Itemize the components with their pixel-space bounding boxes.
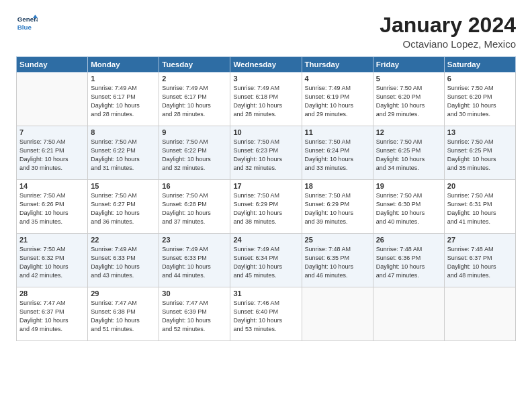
day-info: Sunrise: 7:50 AM Sunset: 6:29 PM Dayligh… <box>305 191 370 226</box>
day-number: 5 <box>376 75 441 83</box>
day-info: Sunrise: 7:50 AM Sunset: 6:20 PM Dayligh… <box>376 84 441 119</box>
header: General Blue January 2024 Octaviano Lope… <box>16 13 516 50</box>
week-row-1: 1Sunrise: 7:49 AM Sunset: 6:17 PM Daylig… <box>17 73 516 126</box>
day-info: Sunrise: 7:50 AM Sunset: 6:29 PM Dayligh… <box>233 191 298 226</box>
day-cell <box>17 73 88 126</box>
col-sunday: Sunday <box>17 57 88 73</box>
day-number: 27 <box>447 236 513 244</box>
day-cell <box>444 287 515 341</box>
day-cell: 30Sunrise: 7:47 AM Sunset: 6:39 PM Dayli… <box>159 287 230 341</box>
day-info: Sunrise: 7:50 AM Sunset: 6:23 PM Dayligh… <box>233 138 298 173</box>
day-cell: 11Sunrise: 7:50 AM Sunset: 6:24 PM Dayli… <box>302 126 373 180</box>
day-number: 3 <box>233 75 298 83</box>
day-cell: 10Sunrise: 7:50 AM Sunset: 6:23 PM Dayli… <box>230 126 302 180</box>
day-number: 26 <box>376 236 441 244</box>
day-info: Sunrise: 7:49 AM Sunset: 6:17 PM Dayligh… <box>91 84 156 119</box>
day-cell: 2Sunrise: 7:49 AM Sunset: 6:17 PM Daylig… <box>159 73 230 126</box>
day-cell: 6Sunrise: 7:50 AM Sunset: 6:20 PM Daylig… <box>444 73 515 126</box>
day-info: Sunrise: 7:50 AM Sunset: 6:32 PM Dayligh… <box>19 245 85 280</box>
col-saturday: Saturday <box>444 57 515 73</box>
day-info: Sunrise: 7:49 AM Sunset: 6:18 PM Dayligh… <box>233 84 298 119</box>
day-cell: 3Sunrise: 7:49 AM Sunset: 6:18 PM Daylig… <box>230 73 302 126</box>
day-cell: 22Sunrise: 7:49 AM Sunset: 6:33 PM Dayli… <box>88 234 159 287</box>
day-info: Sunrise: 7:49 AM Sunset: 6:17 PM Dayligh… <box>162 84 227 119</box>
day-info: Sunrise: 7:49 AM Sunset: 6:33 PM Dayligh… <box>162 245 227 280</box>
day-info: Sunrise: 7:50 AM Sunset: 6:31 PM Dayligh… <box>447 191 513 226</box>
day-cell: 19Sunrise: 7:50 AM Sunset: 6:30 PM Dayli… <box>373 180 444 234</box>
day-number: 11 <box>305 128 370 136</box>
day-cell <box>373 287 444 341</box>
day-cell: 27Sunrise: 7:48 AM Sunset: 6:37 PM Dayli… <box>444 234 515 287</box>
day-cell: 25Sunrise: 7:48 AM Sunset: 6:35 PM Dayli… <box>302 234 373 287</box>
day-info: Sunrise: 7:48 AM Sunset: 6:37 PM Dayligh… <box>447 245 513 280</box>
day-cell: 16Sunrise: 7:50 AM Sunset: 6:28 PM Dayli… <box>159 180 230 234</box>
week-row-2: 7Sunrise: 7:50 AM Sunset: 6:21 PM Daylig… <box>17 126 516 180</box>
day-cell: 28Sunrise: 7:47 AM Sunset: 6:37 PM Dayli… <box>17 287 88 341</box>
day-number: 14 <box>19 182 85 190</box>
day-number: 10 <box>233 128 298 136</box>
day-cell: 17Sunrise: 7:50 AM Sunset: 6:29 PM Dayli… <box>230 180 302 234</box>
week-row-5: 28Sunrise: 7:47 AM Sunset: 6:37 PM Dayli… <box>17 287 516 341</box>
day-cell: 8Sunrise: 7:50 AM Sunset: 6:22 PM Daylig… <box>88 126 159 180</box>
day-info: Sunrise: 7:50 AM Sunset: 6:22 PM Dayligh… <box>162 138 227 173</box>
logo: General Blue <box>16 13 38 35</box>
header-row: Sunday Monday Tuesday Wednesday Thursday… <box>17 57 516 73</box>
day-info: Sunrise: 7:49 AM Sunset: 6:19 PM Dayligh… <box>305 84 370 119</box>
day-cell: 15Sunrise: 7:50 AM Sunset: 6:27 PM Dayli… <box>88 180 159 234</box>
day-number: 28 <box>19 289 85 298</box>
day-info: Sunrise: 7:48 AM Sunset: 6:35 PM Dayligh… <box>305 245 370 280</box>
month-title: January 2024 <box>380 13 516 37</box>
day-info: Sunrise: 7:50 AM Sunset: 6:21 PM Dayligh… <box>19 138 85 173</box>
day-info: Sunrise: 7:47 AM Sunset: 6:37 PM Dayligh… <box>19 299 85 334</box>
day-info: Sunrise: 7:50 AM Sunset: 6:24 PM Dayligh… <box>305 138 370 173</box>
col-wednesday: Wednesday <box>230 57 302 73</box>
day-info: Sunrise: 7:50 AM Sunset: 6:25 PM Dayligh… <box>447 138 513 173</box>
day-cell: 31Sunrise: 7:46 AM Sunset: 6:40 PM Dayli… <box>230 287 302 341</box>
day-cell: 29Sunrise: 7:47 AM Sunset: 6:38 PM Dayli… <box>88 287 159 341</box>
day-cell: 14Sunrise: 7:50 AM Sunset: 6:26 PM Dayli… <box>17 180 88 234</box>
day-info: Sunrise: 7:49 AM Sunset: 6:34 PM Dayligh… <box>233 245 298 280</box>
day-info: Sunrise: 7:47 AM Sunset: 6:38 PM Dayligh… <box>91 299 156 334</box>
day-number: 13 <box>447 128 513 136</box>
day-cell: 5Sunrise: 7:50 AM Sunset: 6:20 PM Daylig… <box>373 73 444 126</box>
svg-text:Blue: Blue <box>17 24 32 31</box>
day-info: Sunrise: 7:47 AM Sunset: 6:39 PM Dayligh… <box>162 299 227 334</box>
day-number: 17 <box>233 182 298 190</box>
day-number: 21 <box>19 236 85 244</box>
day-info: Sunrise: 7:48 AM Sunset: 6:36 PM Dayligh… <box>376 245 441 280</box>
calendar-table: Sunday Monday Tuesday Wednesday Thursday… <box>16 56 516 341</box>
day-cell: 1Sunrise: 7:49 AM Sunset: 6:17 PM Daylig… <box>88 73 159 126</box>
day-info: Sunrise: 7:50 AM Sunset: 6:30 PM Dayligh… <box>376 191 441 226</box>
day-cell: 21Sunrise: 7:50 AM Sunset: 6:32 PM Dayli… <box>17 234 88 287</box>
day-number: 8 <box>91 128 156 136</box>
calendar-page: General Blue January 2024 Octaviano Lope… <box>0 0 532 411</box>
day-info: Sunrise: 7:50 AM Sunset: 6:27 PM Dayligh… <box>91 191 156 226</box>
day-number: 29 <box>91 289 156 298</box>
day-cell: 20Sunrise: 7:50 AM Sunset: 6:31 PM Dayli… <box>444 180 515 234</box>
day-info: Sunrise: 7:49 AM Sunset: 6:33 PM Dayligh… <box>91 245 156 280</box>
day-number: 1 <box>91 75 156 83</box>
day-cell: 13Sunrise: 7:50 AM Sunset: 6:25 PM Dayli… <box>444 126 515 180</box>
day-number: 22 <box>91 236 156 244</box>
day-number: 9 <box>162 128 227 136</box>
day-number: 15 <box>91 182 156 190</box>
day-info: Sunrise: 7:50 AM Sunset: 6:25 PM Dayligh… <box>376 138 441 173</box>
day-info: Sunrise: 7:50 AM Sunset: 6:28 PM Dayligh… <box>162 191 227 226</box>
col-tuesday: Tuesday <box>159 57 230 73</box>
location-subtitle: Octaviano Lopez, Mexico <box>380 38 516 50</box>
col-friday: Friday <box>373 57 444 73</box>
day-info: Sunrise: 7:46 AM Sunset: 6:40 PM Dayligh… <box>233 299 298 334</box>
logo-icon: General Blue <box>16 13 38 35</box>
day-number: 23 <box>162 236 227 244</box>
day-cell: 7Sunrise: 7:50 AM Sunset: 6:21 PM Daylig… <box>17 126 88 180</box>
day-number: 19 <box>376 182 441 190</box>
day-number: 16 <box>162 182 227 190</box>
day-number: 18 <box>305 182 370 190</box>
day-number: 7 <box>19 128 85 136</box>
day-info: Sunrise: 7:50 AM Sunset: 6:20 PM Dayligh… <box>447 84 513 119</box>
day-cell: 26Sunrise: 7:48 AM Sunset: 6:36 PM Dayli… <box>373 234 444 287</box>
day-cell: 18Sunrise: 7:50 AM Sunset: 6:29 PM Dayli… <box>302 180 373 234</box>
day-number: 30 <box>162 289 227 298</box>
day-info: Sunrise: 7:50 AM Sunset: 6:26 PM Dayligh… <box>19 191 85 226</box>
day-cell: 12Sunrise: 7:50 AM Sunset: 6:25 PM Dayli… <box>373 126 444 180</box>
